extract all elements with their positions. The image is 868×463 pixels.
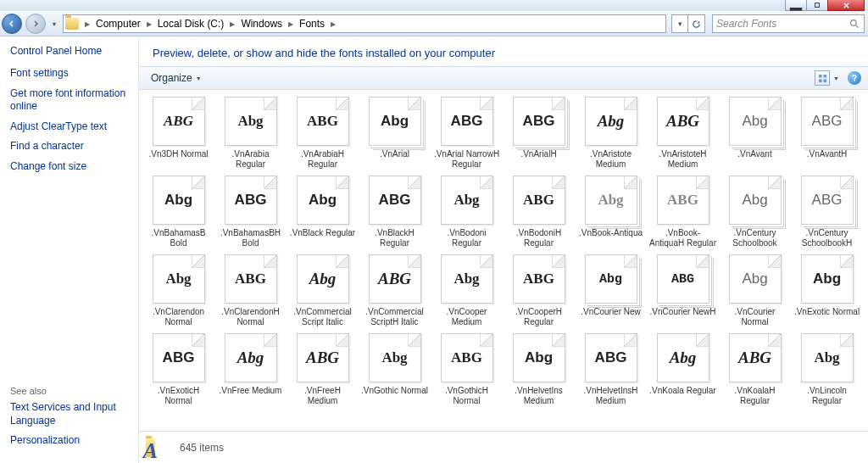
svg-rect-7 (823, 74, 826, 77)
font-item[interactable]: Abg.VnBlack Regular (287, 174, 359, 253)
font-item[interactable]: Abg.VnCooper Medium (431, 253, 503, 332)
sidebar-font-settings[interactable]: Font settings (10, 67, 128, 81)
font-item[interactable]: Abg.VnExotic Normal (791, 253, 863, 332)
font-item[interactable]: ABG.VnArabiaH Regular (287, 95, 359, 174)
sidebar-cleartype[interactable]: Adjust ClearType text (10, 120, 128, 134)
font-item[interactable]: ABG.VnClarendonH Normal (214, 253, 287, 332)
back-button[interactable] (2, 14, 22, 34)
font-item[interactable]: ABG.VnBook-AntiquaH Regular (647, 174, 719, 253)
font-preview-icon: Abg (441, 176, 493, 225)
font-item[interactable]: Abg.VnAvant (719, 95, 791, 174)
font-item[interactable]: Abg.VnBook-Antiqua (575, 174, 647, 253)
font-name-label: .VnGothic Normal (359, 386, 430, 396)
refresh-button[interactable] (688, 14, 705, 33)
font-item[interactable]: ABG.VnBahamasBH Bold (214, 174, 287, 253)
crumb-disk[interactable]: Local Disk (C:) (154, 15, 228, 32)
font-item[interactable]: Abg.VnCommercial Script Italic (287, 253, 359, 332)
font-name-label: .VnFreeH Medium (287, 386, 358, 405)
address-bar[interactable]: ▶ Computer ▶ Local Disk (C:) ▶ Windows ▶… (63, 14, 666, 33)
font-preview-icon: ABG (297, 97, 349, 146)
font-preview-icon: ABG (513, 97, 565, 146)
font-item[interactable]: Abg.VnFree Medium (214, 332, 287, 410)
help-button[interactable]: ? (848, 71, 861, 85)
font-name-label: .VnBlackH Regular (359, 228, 430, 248)
font-item[interactable]: Abg.VnLincoln Regular (791, 332, 863, 410)
history-dropdown[interactable]: ▼ (49, 15, 59, 32)
font-preview-icon: ABG (513, 254, 565, 304)
font-item[interactable]: ABG.VnAvantH (791, 95, 863, 174)
font-item[interactable]: Abg.VnAristote Medium (575, 95, 647, 174)
font-preview-icon: Abg (369, 97, 421, 146)
font-preview-icon: Abg (513, 333, 565, 382)
font-name-label: .VnCentury Schoolbook (720, 228, 790, 248)
font-name-label: .VnClarendon Normal (143, 307, 214, 326)
font-item[interactable]: ABG.VnCooperH Regular (503, 253, 575, 332)
font-name-label: .VnArial NarrowH Regular (431, 149, 502, 169)
font-name-label: .VnArabia Regular (215, 149, 286, 169)
font-item[interactable]: Abg.VnClarendon Normal (142, 253, 214, 332)
see-also-personalization[interactable]: Personalization (10, 434, 128, 448)
font-item[interactable]: ABG.VnBlackH Regular (359, 174, 431, 253)
font-name-label: .VnAristoteH Medium (648, 149, 718, 169)
sidebar-more-info[interactable]: Get more font information online (10, 87, 128, 114)
font-item[interactable]: Abg.VnCourier New (575, 253, 647, 332)
font-item[interactable]: ABG.VnCentury SchoolbookH (791, 174, 863, 253)
font-item[interactable]: Abg.VnCentury Schoolbook (719, 174, 791, 253)
font-item[interactable]: ABG.VnCourier NewH (647, 253, 719, 332)
font-item[interactable]: Abg.VnArabia Regular (214, 95, 287, 174)
sidebar-change-size[interactable]: Change font size (10, 160, 128, 174)
font-item[interactable]: ABG.VnFreeH Medium (287, 332, 359, 410)
font-item[interactable]: ABG.VnArialH (503, 95, 575, 174)
sidebar-heading[interactable]: Control Panel Home (10, 45, 128, 57)
font-preview-icon: Abg (297, 176, 349, 225)
font-preview-icon: ABG (657, 97, 709, 146)
svg-point-4 (851, 20, 857, 25)
font-name-label: .VnBodoni Regular (431, 228, 502, 248)
font-name-label: .VnArial (359, 149, 430, 159)
crumb-computer[interactable]: Computer (92, 15, 144, 32)
organize-menu[interactable]: Organize▼ (146, 70, 207, 86)
font-item[interactable]: ABG.Vn3DH Normal (142, 95, 214, 174)
font-item[interactable]: Abg.VnBodoni Regular (431, 174, 503, 253)
close-button[interactable] (827, 0, 865, 11)
see-also-text-services[interactable]: Text Services and Input Language (10, 401, 128, 427)
font-name-label: .VnArialH (504, 149, 574, 159)
font-name-label: .VnBook-Antiqua (576, 228, 646, 238)
font-name-label: .VnKoala Regular (648, 386, 718, 396)
font-item[interactable]: Abg.VnBahamasB Bold (142, 174, 214, 253)
chevron-down-icon[interactable]: ▼ (833, 75, 839, 81)
font-item[interactable]: ABG.VnExoticH Normal (142, 332, 214, 410)
font-item[interactable]: Abg.VnCourier Normal (719, 253, 791, 332)
sidebar-find-character[interactable]: Find a character (10, 140, 128, 153)
font-item[interactable]: Abg.VnArial (359, 95, 431, 174)
font-item[interactable]: ABG.VnArial NarrowH Regular (431, 95, 503, 174)
font-name-label: .VnAristote Medium (576, 149, 646, 169)
font-preview-icon: ABG (441, 333, 493, 382)
crumb-windows[interactable]: Windows (237, 15, 286, 32)
font-item[interactable]: ABG.VnGothicH Normal (431, 332, 503, 410)
font-name-label: .VnExoticH Normal (143, 386, 214, 405)
address-dropdown[interactable]: ▾ (671, 14, 688, 33)
font-name-label: .VnHelvetInsH Medium (576, 386, 646, 405)
maximize-button[interactable] (806, 0, 828, 11)
search-input[interactable]: Search Fonts (712, 14, 865, 33)
font-name-label: .VnCooper Medium (431, 307, 502, 326)
font-name-label: .VnHelvetIns Medium (504, 386, 574, 405)
chevron-icon: ▶ (227, 20, 237, 28)
font-item[interactable]: Abg.VnKoala Regular (647, 332, 719, 410)
forward-button[interactable] (25, 14, 46, 34)
minimize-button[interactable] (785, 0, 807, 11)
font-item[interactable]: ABG.VnAristoteH Medium (647, 95, 719, 174)
chevron-icon: ▶ (144, 20, 154, 28)
font-item[interactable]: ABG.VnHelvetInsH Medium (575, 332, 647, 410)
toolbar: Organize▼ ▼ ? (139, 66, 868, 90)
font-item[interactable]: ABG.VnCommercial ScriptH Italic (359, 253, 431, 332)
font-item[interactable]: ABG.VnBodoniH Regular (503, 174, 575, 253)
font-item[interactable]: Abg.VnHelvetIns Medium (503, 332, 575, 410)
view-options-button[interactable] (815, 70, 830, 86)
font-name-label: .VnBodoniH Regular (504, 228, 574, 248)
crumb-fonts[interactable]: Fonts (296, 15, 328, 32)
font-item[interactable]: Abg.VnGothic Normal (359, 332, 431, 410)
font-item[interactable]: ABG.VnKoalaH Regular (719, 332, 791, 410)
svg-rect-1 (815, 3, 820, 8)
